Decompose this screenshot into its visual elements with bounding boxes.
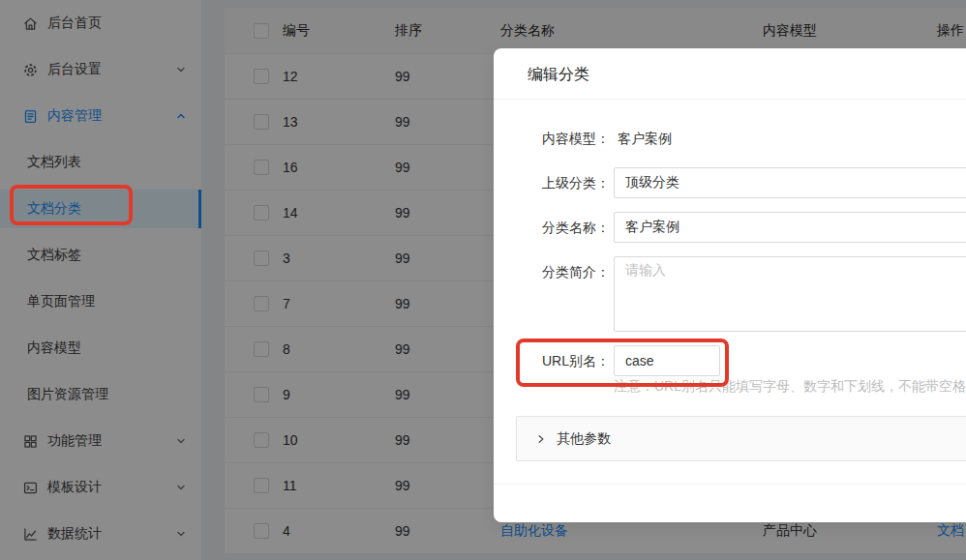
modal-title: 编辑分类 xyxy=(494,48,966,100)
content-model-value: 客户案例 xyxy=(618,123,672,154)
url-alias-input[interactable] xyxy=(614,345,720,376)
field-parent-category: 上级分类： xyxy=(494,167,966,198)
url-alias-note: 注意：URL别名只能填写字母、数字和下划线，不能带空格 xyxy=(614,378,966,396)
field-url-alias: URL别名： xyxy=(494,345,966,376)
other-params-label: 其他参数 xyxy=(557,430,611,448)
url-alias-label: URL别名： xyxy=(494,345,610,376)
parent-category-label: 上级分类： xyxy=(494,167,610,198)
modal-body: 内容模型： 客户案例 上级分类： 分类名称： 分类简介： URL别名： 注意：U… xyxy=(494,100,966,461)
content-model-label: 内容模型： xyxy=(494,123,610,154)
category-name-input[interactable] xyxy=(614,212,966,243)
parent-category-select[interactable] xyxy=(614,167,966,198)
category-name-label: 分类名称： xyxy=(494,212,610,243)
category-intro-label: 分类简介： xyxy=(494,256,610,332)
field-category-name: 分类名称： xyxy=(494,212,966,243)
other-params-collapse[interactable]: 其他参数 xyxy=(516,416,966,461)
field-category-intro: 分类简介： xyxy=(494,256,966,332)
category-intro-textarea[interactable] xyxy=(614,256,966,332)
field-content-model: 内容模型： 客户案例 xyxy=(494,123,966,154)
edit-category-modal: 编辑分类 内容模型： 客户案例 上级分类： 分类名称： 分类简介： URL别名：… xyxy=(494,48,966,522)
chevron-right-icon xyxy=(536,434,546,444)
modal-footer xyxy=(494,484,966,522)
